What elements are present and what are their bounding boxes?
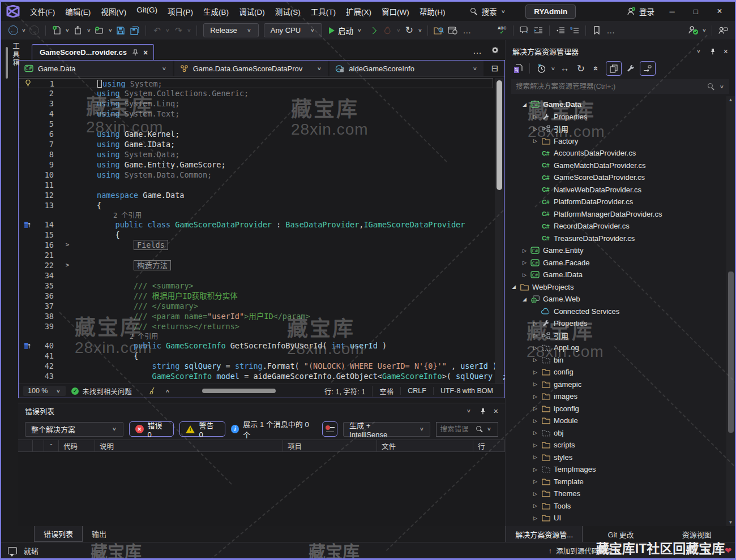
menu-item-4[interactable]: 项目(P) bbox=[162, 3, 198, 20]
document-overflow-icon[interactable]: … bbox=[473, 46, 482, 56]
find-in-files-icon[interactable] bbox=[433, 24, 445, 37]
tree-collapse-icon[interactable]: ◢ bbox=[520, 296, 529, 302]
collapse-all-icon[interactable]: « bbox=[590, 62, 604, 75]
close-button[interactable]: × bbox=[708, 3, 731, 20]
tree-expand-icon[interactable]: ▷ bbox=[530, 406, 540, 411]
tree-expand-icon[interactable]: ▷ bbox=[530, 357, 540, 363]
options-icon[interactable] bbox=[322, 421, 337, 437]
tree-expand-icon[interactable]: ▷ bbox=[530, 114, 540, 119]
scroll-up-icon[interactable]: ▲ bbox=[726, 97, 735, 102]
tree-item-Game.IData[interactable]: ▷C#Game.IData bbox=[506, 269, 735, 281]
menu-item-2[interactable]: 视图(V) bbox=[96, 3, 131, 20]
close-icon[interactable]: × bbox=[724, 47, 728, 56]
source-dropdown[interactable]: 生成 + IntelliSense∨ bbox=[343, 422, 430, 437]
code-editor[interactable]: 1using System;2using System.Collections.… bbox=[19, 77, 504, 384]
error-grid-header-cell[interactable] bbox=[18, 440, 33, 451]
tree-expand-icon[interactable]: ▷ bbox=[530, 394, 540, 399]
tree-item-ipconfig[interactable]: ▷ipconfig bbox=[506, 403, 735, 415]
tree-expand-icon[interactable]: ▷ bbox=[530, 345, 540, 351]
feedback-icon[interactable] bbox=[717, 24, 729, 37]
tab-error-list[interactable]: 错误列表 bbox=[34, 526, 83, 542]
caret-position[interactable]: 行: 1, 字符: 1 bbox=[318, 386, 372, 397]
tree-item-Template[interactable]: ▷Template bbox=[506, 476, 735, 488]
scrollbar-thumb[interactable] bbox=[728, 272, 734, 433]
code-line-10[interactable]: 10using System.Data.Common; bbox=[19, 170, 493, 180]
tab-resource-view[interactable]: 资源视图 bbox=[659, 526, 735, 542]
add-item-icon[interactable] bbox=[93, 24, 106, 37]
tree-item-Module[interactable]: ▷Module bbox=[506, 415, 735, 427]
tree-item-TreasureDataProvider.cs[interactable]: C#TreasureDataProvider.cs bbox=[506, 232, 735, 245]
undo-icon[interactable]: ↶ bbox=[151, 24, 163, 37]
tree-expand-icon[interactable]: ▷ bbox=[530, 430, 540, 436]
show-all-files-icon[interactable] bbox=[606, 61, 622, 76]
code-line-7[interactable]: 7using Game.IData; bbox=[19, 139, 493, 149]
refresh-icon[interactable]: ↻ bbox=[574, 62, 588, 75]
code-line-1[interactable]: 1using System; bbox=[19, 78, 493, 88]
tree-expand-icon[interactable]: ▷ bbox=[530, 418, 540, 424]
tree-collapse-icon[interactable]: ◢ bbox=[520, 102, 529, 107]
menu-item-9[interactable]: 扩展(X) bbox=[341, 3, 376, 20]
outdent-icon[interactable] bbox=[554, 24, 567, 37]
code-line-22[interactable]: 22> 构造方法 bbox=[19, 260, 493, 270]
start-without-debug-icon[interactable] bbox=[367, 24, 380, 37]
eol-indicator[interactable]: CRLF bbox=[400, 387, 433, 395]
chevron-up-icon[interactable]: ∨ bbox=[164, 389, 172, 394]
tree-item-PlatformDataProvider.cs[interactable]: C#PlatformDataProvider.cs bbox=[506, 196, 735, 208]
speech-bubble-icon[interactable] bbox=[8, 547, 17, 554]
tree-item-Properties[interactable]: ▷Properties bbox=[506, 317, 735, 330]
tree-item-引用[interactable]: ▷引用 bbox=[506, 330, 735, 342]
warnings-filter-button[interactable]: 警告 0 bbox=[179, 421, 225, 437]
tree-item-引用[interactable]: ▷引用 bbox=[506, 123, 735, 135]
code-line-12[interactable]: 12namespace Game.Data bbox=[19, 190, 493, 200]
tree-item-gamepic[interactable]: ▷gamepic bbox=[506, 378, 735, 391]
edit-overflow-icon[interactable]: … bbox=[605, 24, 617, 37]
code-line-37[interactable]: 37 /// </summary> bbox=[19, 301, 493, 311]
tree-item-Connected-Services[interactable]: Connected Services bbox=[506, 305, 735, 318]
sync-icon[interactable]: ↔ bbox=[558, 62, 572, 75]
code-line-3[interactable]: 3using System.Linq; bbox=[19, 98, 493, 109]
tree-item-GameScoreDataProvider.cs[interactable]: C#GameScoreDataProvider.cs bbox=[506, 171, 735, 184]
nav-back-icon[interactable]: ← bbox=[7, 24, 19, 37]
menu-item-11[interactable]: 帮助(H) bbox=[414, 3, 451, 20]
whitespace-indicator[interactable]: 空格 bbox=[372, 386, 400, 397]
account-box[interactable]: RYAdmin bbox=[525, 5, 576, 19]
tab-solution-explorer[interactable]: 解决方案资源管... bbox=[506, 526, 583, 543]
maximize-button[interactable]: □ bbox=[684, 3, 708, 20]
comment-icon[interactable] bbox=[518, 24, 530, 37]
properties-icon[interactable] bbox=[624, 62, 637, 75]
tree-scrollbar[interactable]: ▲ ▼ bbox=[726, 96, 735, 526]
redo-icon[interactable]: ↷ bbox=[172, 24, 185, 37]
editor-vertical-scrollbar[interactable] bbox=[495, 78, 503, 384]
tree-expand-icon[interactable]: ▷ bbox=[520, 260, 529, 265]
code-cleanup-icon[interactable] bbox=[147, 384, 159, 398]
tree-item-Tools[interactable]: ▷Tools bbox=[506, 500, 735, 512]
tree-item-TempImages[interactable]: ▷TempImages bbox=[506, 463, 735, 476]
code-line-21[interactable]: 21 bbox=[19, 250, 493, 260]
breadcrumb-project[interactable]: C# Game.Data∨ bbox=[19, 61, 173, 76]
tree-expand-icon[interactable]: ▷ bbox=[530, 369, 540, 375]
code-line-13[interactable]: 13{ bbox=[19, 200, 493, 210]
lightbulb-icon[interactable] bbox=[19, 79, 36, 88]
breadcrumb-type[interactable]: Game.Data.GameScoreDataProv∨ bbox=[174, 61, 328, 76]
error-column-1[interactable]: 说明 bbox=[95, 440, 283, 451]
start-debug-button[interactable]: 启动 ∨ bbox=[326, 23, 366, 38]
pin-icon[interactable] bbox=[709, 48, 716, 55]
hot-reload-icon[interactable] bbox=[382, 24, 394, 37]
tree-item-bin[interactable]: ▷bin bbox=[506, 354, 735, 367]
indent-icon[interactable] bbox=[532, 24, 545, 37]
chevron-down-icon[interactable]: ∨ bbox=[465, 408, 473, 413]
tree-expand-icon[interactable]: ▷ bbox=[530, 503, 540, 509]
code-line-40[interactable]: 40 public GameScoreInfo GetSocreInfoByUs… bbox=[19, 341, 493, 351]
menu-item-8[interactable]: 工具(T) bbox=[306, 3, 341, 20]
nav-forward-icon[interactable]: → bbox=[28, 24, 41, 37]
codelens-row[interactable]: 2 个引用 bbox=[19, 210, 493, 219]
reference-margin-icon[interactable] bbox=[19, 219, 36, 230]
tab-output[interactable]: 输出 bbox=[83, 526, 115, 541]
preview-icon[interactable] bbox=[640, 61, 656, 76]
code-line-15[interactable]: 15 { bbox=[19, 230, 493, 240]
bookmark-icon[interactable] bbox=[590, 24, 603, 37]
menu-item-1[interactable]: 编辑(E) bbox=[60, 3, 96, 20]
tree-expand-icon[interactable]: ▷ bbox=[520, 272, 529, 278]
menu-item-3[interactable]: Git(G) bbox=[131, 3, 162, 20]
pin-icon[interactable] bbox=[132, 49, 138, 56]
